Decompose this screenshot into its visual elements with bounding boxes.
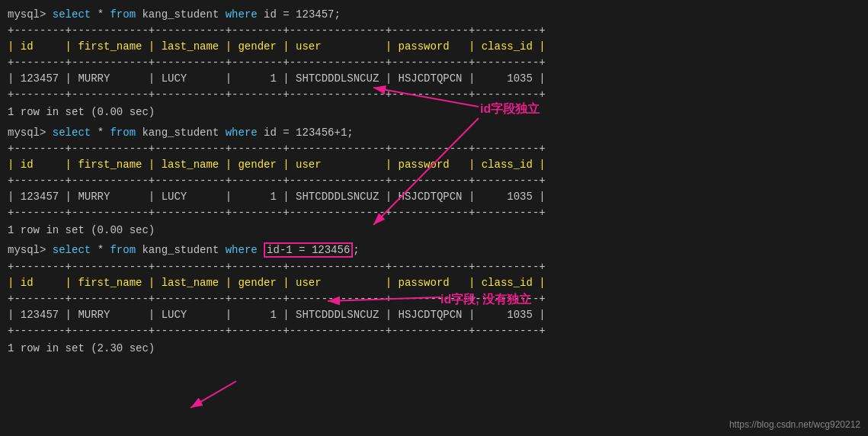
table-3-top: +--------+------------+-----------+-----… — [8, 259, 860, 275]
prompt-3: mysql> — [8, 244, 53, 256]
terminal: mysql> select * from kang_student where … — [0, 0, 868, 436]
query-text-2b: kang_student — [136, 127, 226, 139]
query-text-1c: id = 123457; — [258, 8, 341, 21]
query-text-3d: ; — [353, 244, 359, 256]
query-text-2: * — [91, 127, 110, 139]
table-2-row: | 123457 | MURRY | LUCY | 1 | SHTCDDDLSN… — [8, 189, 860, 205]
section-3: mysql> select * from kang_student where … — [8, 242, 860, 358]
keyword-select-3: select — [53, 244, 91, 256]
keyword-where-1: where — [226, 8, 258, 21]
table-2-sep: +--------+------------+-----------+-----… — [8, 173, 860, 189]
keyword-select-1: select — [53, 8, 91, 21]
table-2-header: | id | first_name | last_name | gender |… — [8, 157, 860, 173]
table-3-row: | 123457 | MURRY | LUCY | 1 | SHTCDDDLSN… — [8, 307, 860, 323]
query-text-3: * — [91, 244, 110, 256]
keyword-where-3: where — [226, 244, 258, 256]
table-1-header: | id | first_name | last_name | gender |… — [8, 39, 860, 55]
highlighted-condition: id-1 = 123456 — [264, 242, 353, 258]
prompt-1: mysql> — [8, 8, 53, 21]
table-1-row: | 123457 | MURRY | LUCY | 1 | SHTCDDDLSN… — [8, 71, 860, 87]
query-3: mysql> select * from kang_student where … — [8, 242, 860, 258]
query-text-2c: id = 123456+1; — [258, 127, 354, 139]
table-3-header: | id | first_name | last_name | gender |… — [8, 275, 860, 291]
query-text-1b: kang_student — [136, 8, 226, 21]
query-text-3b: kang_student — [136, 244, 226, 256]
table-1-bot: +--------+------------+-----------+-----… — [8, 87, 860, 103]
section-1: mysql> select * from kang_student where … — [8, 6, 860, 123]
arrow-3 — [191, 381, 236, 408]
result-3: 1 row in set (2.30 sec) — [8, 339, 860, 358]
keyword-from-1: from — [110, 8, 136, 21]
keyword-select-2: select — [53, 127, 91, 139]
query-1: mysql> select * from kang_student where … — [8, 6, 860, 23]
table-1-top: +--------+------------+-----------+-----… — [8, 23, 860, 39]
keyword-from-2: from — [110, 127, 136, 139]
table-2-bot: +--------+------------+-----------+-----… — [8, 205, 860, 221]
keyword-where-2: where — [226, 127, 258, 139]
query-text-1: * — [91, 8, 110, 21]
section-2: mysql> select * from kang_student where … — [8, 124, 860, 241]
table-1-sep: +--------+------------+-----------+-----… — [8, 55, 860, 71]
table-2-top: +--------+------------+-----------+-----… — [8, 141, 860, 157]
keyword-from-3: from — [110, 244, 136, 256]
table-3-sep: +--------+------------+-----------+-----… — [8, 291, 860, 307]
watermark: https://blog.csdn.net/wcg920212 — [729, 419, 860, 430]
query-text-3c — [258, 244, 264, 256]
result-2: 1 row in set (0.00 sec) — [8, 221, 860, 240]
prompt-2: mysql> — [8, 127, 53, 139]
result-1: 1 row in set (0.00 sec) — [8, 103, 860, 122]
query-2: mysql> select * from kang_student where … — [8, 124, 860, 141]
table-3-bot: +--------+------------+-----------+-----… — [8, 323, 860, 339]
